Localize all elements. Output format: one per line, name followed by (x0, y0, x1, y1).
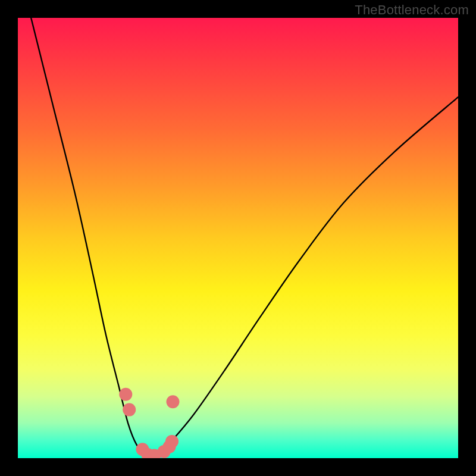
plot-area (18, 18, 458, 458)
data-marker (165, 435, 178, 448)
chart-frame: TheBottleneck.com (0, 0, 476, 476)
data-marker (166, 395, 179, 408)
watermark-text: TheBottleneck.com (355, 2, 469, 18)
data-marker (123, 403, 136, 416)
left-curve (31, 18, 150, 458)
curve-group (31, 18, 458, 458)
data-marker (119, 388, 132, 401)
right-curve (150, 97, 458, 458)
chart-svg (18, 18, 458, 458)
